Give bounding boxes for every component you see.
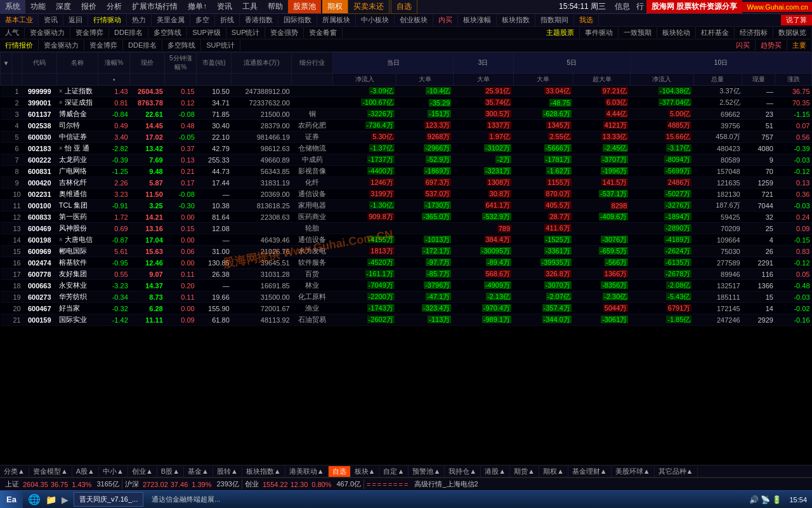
bottom-tab-small[interactable]: 中小▲	[99, 466, 128, 477]
row-filter[interactable]	[1, 154, 12, 166]
row-filter[interactable]	[1, 314, 12, 326]
tab-smboard[interactable]: 中小板块	[356, 15, 395, 25]
menu-quote[interactable]: 报价	[76, 0, 102, 13]
row-filter[interactable]	[1, 97, 12, 109]
tab-fundtrend[interactable]: 资金强势	[265, 27, 304, 38]
tab-dderank[interactable]: DDE排名	[109, 27, 148, 38]
row-filter[interactable]	[1, 211, 12, 223]
bottom-tab-futures[interactable]: 期货▲	[510, 466, 539, 477]
table-row[interactable]: 2 399001 × 深证成指 0.81 8763.78 0.12 34.71 …	[1, 97, 812, 109]
tab-trendbuy[interactable]: 趋势买	[756, 40, 787, 51]
bottom-tab-us[interactable]: 美股环球▲	[612, 466, 655, 477]
tab-blockrot[interactable]: 板块轮动	[657, 27, 696, 38]
row-filter[interactable]	[1, 223, 12, 234]
tab-dataview[interactable]: 数据纵览	[773, 27, 812, 38]
menu-market[interactable]: 扩展市场行情	[127, 0, 183, 13]
menu-function[interactable]: 功能	[25, 0, 51, 13]
table-row[interactable]: 20 600467 好当家 -0.32 6.28 0.00 155.90 720…	[1, 303, 812, 314]
taskbar-icon-ie[interactable]: 🌐	[25, 493, 43, 505]
table-row[interactable]: 9 000420 吉林化纤 2.26 5.87 0.17 17.44 31831…	[1, 177, 812, 189]
tab-heat[interactable]: 热力	[127, 15, 152, 25]
tab-block[interactable]: 所属板块	[317, 15, 356, 25]
tab-intl[interactable]: 国际指数	[278, 15, 317, 25]
row-filter[interactable]	[1, 131, 12, 143]
table-row[interactable]: 13 600469 风神股份 0.69 13.16 0.15 12.08 轮胎 …	[1, 223, 812, 234]
tab-consensus[interactable]: 一致预期	[619, 27, 657, 38]
row-filter[interactable]	[1, 166, 12, 177]
tab-fund-drive2[interactable]: 资金驱动力	[39, 40, 84, 51]
tab-event[interactable]: 事件驱动	[580, 27, 619, 38]
tab-return[interactable]: 返回	[63, 15, 88, 25]
tab-blockrise[interactable]: 板块涨幅	[458, 15, 497, 25]
table-row[interactable]: 5 600030 中信证券 3.40 17.02 -0.05 22.10 981…	[1, 131, 812, 143]
tab-row-action[interactable]: 行情驱动	[88, 15, 127, 25]
row-filter[interactable]	[1, 177, 12, 189]
bottom-tab-hk[interactable]: 港股▲	[481, 466, 510, 477]
tab-multi2[interactable]: 多空阵线	[162, 40, 201, 51]
table-row[interactable]: 15 600969 郴电国际 5.61 15.63 0.06 31.00 210…	[1, 246, 812, 257]
tab-period[interactable]: 指数期间	[535, 15, 574, 25]
table-row[interactable]: 19 600273 华芳纺织 -0.34 8.73 0.11 19.66 315…	[1, 291, 812, 303]
menu-tools[interactable]: 工具	[237, 0, 263, 13]
row-filter[interactable]	[1, 291, 12, 303]
bottom-tab-fund[interactable]: 基金▲	[184, 466, 213, 477]
row-filter[interactable]	[1, 269, 12, 280]
menu-help[interactable]: 帮助	[263, 0, 288, 13]
row-filter[interactable]	[1, 120, 12, 131]
tab-sup2[interactable]: SUP统计	[201, 40, 240, 51]
table-row[interactable]: 17 600778 友好集团 0.55 9.07 0.11 26.38 3103…	[1, 269, 812, 280]
top-action[interactable]: 行	[634, 1, 646, 12]
bottom-tab-other[interactable]: 其它品种▲	[655, 466, 698, 477]
bottom-tab-alert[interactable]: 预警池▲	[409, 466, 445, 477]
bottom-tab-hold[interactable]: 我持仓▲	[445, 466, 481, 477]
table-row[interactable]: 6 002183 × 怡 亚 通 -2.82 13.42 0.37 42.79 …	[1, 143, 812, 154]
table-row[interactable]: 10 002231 奥维通信 3.23 11.50 -0.08 — 20369.…	[1, 189, 812, 200]
start-button[interactable]: Ea	[0, 491, 23, 508]
tab-growth[interactable]: 创业板块	[395, 15, 433, 25]
tab-polyline[interactable]: 折线	[215, 15, 240, 25]
menu-cancel[interactable]: 撤单↑	[183, 0, 212, 13]
bottom-tab-hkus[interactable]: 港美联动▲	[285, 466, 329, 477]
bottom-tab-fundfinance[interactable]: 基金理财▲	[568, 466, 612, 477]
tab-main[interactable]: 主要	[787, 40, 812, 51]
tab-fund-game[interactable]: 资金博弈	[84, 40, 123, 51]
tab-said[interactable]: 说了算	[781, 15, 812, 25]
col-filter[interactable]: ▼	[1, 53, 12, 74]
taskbar-app2[interactable]: 通达信金融终端超展...	[146, 492, 226, 507]
bottom-tab-transfer[interactable]: 股转▲	[213, 466, 242, 477]
tab-leverfund[interactable]: 杠杆基金	[696, 27, 735, 38]
table-row[interactable]: 3 601137 博威合金 -0.84 22.61 -0.08 71.85 21…	[1, 109, 812, 120]
bottom-tab-ashare[interactable]: A股▲	[72, 466, 99, 477]
table-row[interactable]: 12 600833 第一医药 1.72 14.21 0.00 81.64 223…	[1, 211, 812, 223]
row-filter[interactable]	[1, 109, 12, 120]
taskbar-icon-folder[interactable]: 📁	[43, 495, 59, 505]
tab-econidx[interactable]: 经济指标	[735, 27, 773, 38]
table-row[interactable]: 18 000663 永安林业 -3.23 14.37 0.20 — 16691.…	[1, 280, 812, 291]
tab-supstat[interactable]: SUP统计	[226, 27, 266, 38]
table-row[interactable]: 11 000100 TCL 集团 -0.91 3.25 -0.30 10.38 …	[1, 200, 812, 211]
table-row[interactable]: 16 002474 榕基软件 -0.95 12.46 0.00 130.85 3…	[1, 257, 812, 269]
tab-hk[interactable]: 香港指数	[240, 15, 278, 25]
row-filter[interactable]	[1, 246, 12, 257]
tab-flashbuy[interactable]: 闪买	[731, 40, 756, 51]
row-filter[interactable]	[1, 143, 12, 154]
menu-unsettled[interactable]: 买卖未还	[348, 0, 390, 14]
taskbar-icon-music[interactable]: ▶	[59, 495, 71, 505]
table-row[interactable]: 1 999999 × 上证指数 1.43 2604.35 0.15 10.50 …	[1, 86, 812, 97]
tab-quote-report[interactable]: 行情报价	[0, 40, 39, 51]
table-row[interactable]: 4 002538 司尔特 0.49 14.45 0.48 30.40 28379…	[1, 120, 812, 131]
bottom-tab-bshare[interactable]: B股▲	[157, 466, 184, 477]
bottom-tab-watchlist[interactable]: 自选	[329, 466, 351, 477]
menu-watchlist[interactable]: 自选	[391, 0, 417, 14]
menu-news[interactable]: 资讯	[212, 0, 237, 13]
taskbar-app1[interactable]: 晋天同庆_v7.16_...	[74, 492, 143, 507]
tab-theme[interactable]: 主题股票	[541, 27, 580, 38]
tab-info[interactable]: 资讯	[39, 15, 63, 25]
bottom-tab-custom[interactable]: 自定▲	[379, 466, 409, 477]
bottom-tab-fundmodel[interactable]: 资金模型▲	[29, 466, 72, 477]
bottom-tab-classify[interactable]: 分类▲	[0, 466, 29, 477]
tab-dde2[interactable]: DDE排名	[123, 40, 162, 51]
bottom-tab-options[interactable]: 期权▲	[539, 466, 568, 477]
row-filter[interactable]	[1, 86, 12, 97]
tab-blockidx[interactable]: 板块指数	[497, 15, 535, 25]
